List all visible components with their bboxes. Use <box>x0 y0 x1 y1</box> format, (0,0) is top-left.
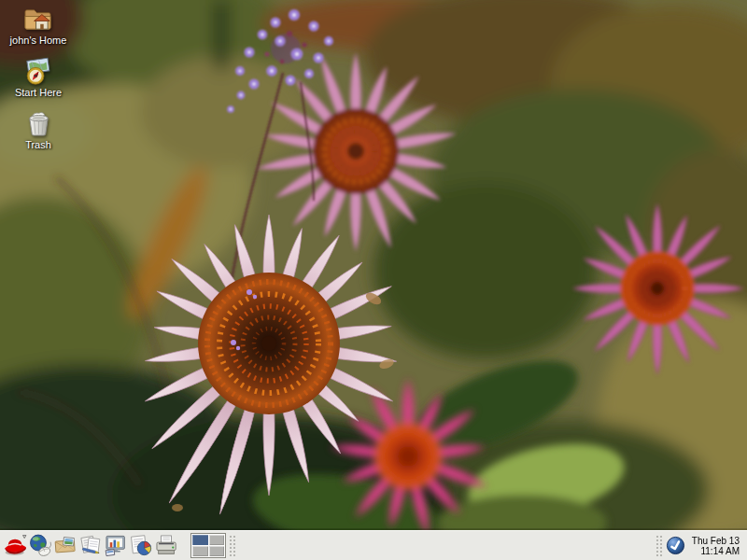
start-here-compass-icon <box>22 55 53 86</box>
update-notifier[interactable] <box>666 536 685 555</box>
web-browser-button[interactable] <box>28 532 53 560</box>
print-manager-button[interactable] <box>154 532 179 560</box>
desktop-icon-column: john's Home Start <box>2 3 75 150</box>
home-folder-icon <box>22 3 53 34</box>
workspace-1-active[interactable] <box>192 535 208 545</box>
workspace-4[interactable] <box>209 546 225 556</box>
printer-icon <box>154 533 179 558</box>
main-menu-button[interactable] <box>3 532 28 560</box>
workspace-switcher[interactable] <box>190 533 226 558</box>
desktop-icon-label: Start Here <box>15 87 62 98</box>
desktop-icon-home[interactable]: john's Home <box>10 3 67 46</box>
monitor-chart-icon <box>104 533 129 558</box>
panel-launchers <box>3 532 179 560</box>
email-button[interactable] <box>53 532 78 560</box>
screen: john's Home Start <box>0 0 747 560</box>
panel-drag-handle[interactable] <box>229 535 236 557</box>
clock-time: 11:14 AM <box>692 546 740 556</box>
documents-pen-icon <box>78 533 104 558</box>
spreadsheet-button[interactable] <box>129 532 154 560</box>
desktop-icon-label: Trash <box>25 139 51 150</box>
desktop-background[interactable]: john's Home Start <box>0 0 747 530</box>
desktop-icon-trash[interactable]: Trash <box>23 107 54 150</box>
red-hat-menu-icon <box>3 533 28 558</box>
pie-chart-document-icon <box>129 533 154 558</box>
clock-date: Thu Feb 13 <box>692 536 740 546</box>
trash-can-icon <box>23 107 54 138</box>
desktop-icon-label: john's Home <box>10 35 67 46</box>
notification-area-handle[interactable] <box>655 535 663 557</box>
wallpaper-flowers-photo <box>0 0 747 530</box>
desktop-icon-start-here[interactable]: Start Here <box>15 55 62 98</box>
bottom-panel: Thu Feb 13 11:14 AM <box>0 530 747 560</box>
presentation-button[interactable] <box>104 532 129 560</box>
workspace-2[interactable] <box>209 535 225 545</box>
envelope-photo-icon <box>53 533 78 558</box>
clock[interactable]: Thu Feb 13 11:14 AM <box>692 536 740 556</box>
workspace-3[interactable] <box>192 546 208 556</box>
word-processor-button[interactable] <box>78 532 104 560</box>
update-check-icon <box>666 536 685 555</box>
globe-mouse-icon <box>28 533 53 558</box>
